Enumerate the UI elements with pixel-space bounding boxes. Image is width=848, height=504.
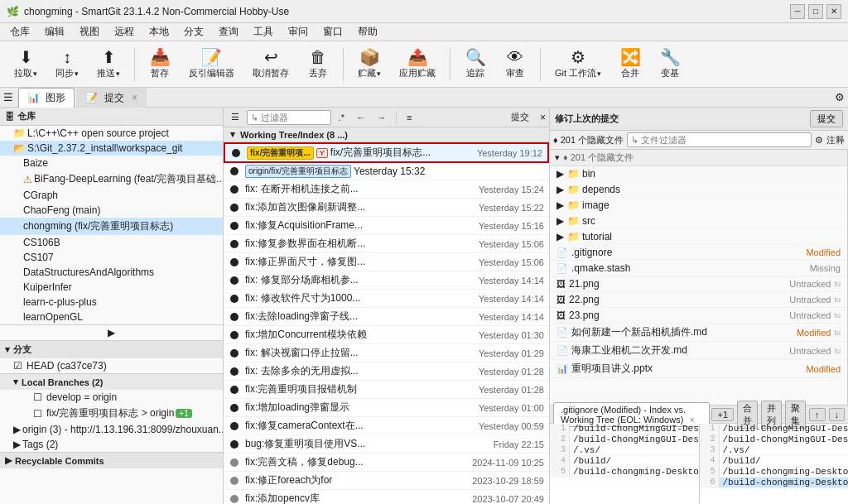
commit-row-1[interactable]: origin/fix/完善重明项目标志 Yesterday 15:32: [224, 163, 549, 180]
discard-button[interactable]: 🗑 丢弃: [300, 45, 336, 84]
file-chongming-pptx[interactable]: 📊 重明项目讲义.pptx Modified: [550, 360, 847, 378]
graph-menu-icon[interactable]: ☰: [227, 110, 243, 124]
branch-section[interactable]: ▾ 分支: [0, 340, 223, 358]
origin-item[interactable]: ▶ origin (3) - http://1.13.196.31:8099/z…: [0, 422, 223, 437]
diff-plus1-button[interactable]: +1: [711, 408, 734, 421]
commit-tab-close-icon[interactable]: ×: [132, 92, 137, 103]
commit-row-14[interactable]: fix:增加loading弹窗显示 Yesterday 01:00: [224, 399, 549, 417]
commit-row-17[interactable]: fix:完善文稿，修复debug... 2024-11-09 10:25: [224, 454, 549, 472]
local-branches-section[interactable]: ▾ Local Branches (2): [0, 373, 223, 390]
pull-button[interactable]: ⬇ 拉取 ▾: [7, 45, 45, 84]
filter-input[interactable]: [247, 110, 331, 125]
commit-row-18[interactable]: fix:修正foreach为for 2023-10-29 18:59: [224, 472, 549, 490]
scroll-right-button[interactable]: ▶: [0, 324, 223, 340]
repo-item-workspace-git[interactable]: 📂 S:\Git_2.37.2_install\workspace_git: [0, 141, 223, 156]
commit-list[interactable]: ▾ Working Tree/Index (8 ...) fix/完善重明项..…: [224, 127, 549, 504]
editor-button[interactable]: 📝 反引编辑器: [181, 45, 242, 84]
commit-row-11[interactable]: fix: 解决视窗口停止拉留... Yesterday 01:29: [224, 344, 549, 362]
repo-item-cs107[interactable]: CS107: [0, 250, 223, 265]
commit-row-3[interactable]: fix:添加首次图像刷新调整... Yesterday 15:22: [224, 199, 549, 217]
commit-row-2[interactable]: fix: 在断开相机连接之前... Yesterday 15:24: [224, 180, 549, 199]
diff-down-button[interactable]: ↓: [829, 408, 846, 421]
git-flow-button[interactable]: ⚙ Git 工作流 ▾: [547, 45, 609, 84]
file-21png[interactable]: 🖼 21.png Untracked tu: [550, 276, 847, 292]
menu-item-branch[interactable]: 分支: [177, 23, 210, 41]
commit-close-icon[interactable]: ×: [540, 112, 546, 123]
diff-tab-close-icon[interactable]: ×: [689, 415, 694, 425]
panel-menu-icon[interactable]: ☰: [3, 91, 13, 103]
folder-depends[interactable]: ▶ 📁 depends: [550, 182, 847, 198]
submit-button[interactable]: 提交: [810, 110, 843, 127]
repo-item-cpp-project[interactable]: 📁 L:\C++\C++ open source project: [0, 126, 223, 141]
commit-row-13[interactable]: fix:完善重明项目报错机制 Yesterday 01:28: [224, 381, 549, 399]
folder-src[interactable]: ▶ 📁 src: [550, 214, 847, 229]
maximize-button[interactable]: □: [808, 4, 823, 19]
repo-item-cgraph[interactable]: CGraph: [0, 188, 223, 203]
stash-button[interactable]: 📦 贮藏 ▾: [350, 45, 388, 84]
folder-bin[interactable]: ▶ 📁 bin: [550, 166, 847, 182]
head-item[interactable]: ☑ HEAD (ca37ce73): [0, 358, 223, 373]
apply-stash-button[interactable]: 📤 应用贮藏: [392, 45, 443, 84]
branch-fix[interactable]: ☐ fix/完善重明项目标志 > origin +1: [0, 405, 223, 422]
commit-row-16[interactable]: bug:修复重明项目使用VS... Friday 22:15: [224, 435, 549, 454]
unstage-button[interactable]: ↩ 取消暂存: [245, 45, 296, 84]
file-camera-plugin-md[interactable]: 📄 如何新建一个新品相机插件.md Modified tu: [550, 324, 847, 342]
menu-item-edit[interactable]: 编辑: [38, 23, 71, 41]
menu-item-repo[interactable]: 仓库: [3, 23, 36, 41]
recyclable-section[interactable]: ▶ Recyclable Commits: [0, 452, 223, 468]
repo-item-kuiperinfer[interactable]: KuiperInfer: [0, 280, 223, 295]
repo-item-chongming[interactable]: chongming (fix/完善重明项目标志): [0, 218, 223, 235]
file-filter-settings-icon[interactable]: ⚙: [815, 135, 823, 146]
file-qmake-stash[interactable]: 📄 .qmake.stash Missing: [550, 261, 847, 276]
commit-row-worktree[interactable]: fix/完善重明项... Y fix/完善重明项目标志... Yesterday…: [224, 142, 549, 163]
panel-settings-icon[interactable]: ⚙: [835, 91, 845, 103]
repo-item-datastructures[interactable]: DataStructuresAndAlgorithms: [0, 265, 223, 280]
commit-row-10[interactable]: fix:增加Concurrent模块依赖 Yesterday 01:30: [224, 326, 549, 344]
menu-item-remote[interactable]: 远程: [108, 23, 141, 41]
file-filter-input[interactable]: [627, 132, 812, 147]
repo-item-learn-cpp[interactable]: learn-c-plus-plus: [0, 295, 223, 310]
repo-item-baize[interactable]: Baize: [0, 156, 223, 170]
commit-row-15[interactable]: fix:修复cameraContext在... Yesterday 00:59: [224, 417, 549, 435]
menu-item-view[interactable]: 视图: [73, 23, 106, 41]
menu-item-query[interactable]: 查询: [212, 23, 245, 41]
commit-tab-icon[interactable]: 提交: [507, 109, 533, 125]
repo-item-cs106b[interactable]: CS106B: [0, 235, 223, 250]
menu-item-tools[interactable]: 工具: [247, 23, 280, 41]
file-22png[interactable]: 🖼 22.png Untracked tu: [550, 292, 847, 308]
menu-item-local[interactable]: 本地: [142, 23, 176, 41]
folder-image[interactable]: ▶ 📁 image: [550, 198, 847, 214]
diff-up-button[interactable]: ↑: [809, 408, 826, 421]
review-button[interactable]: 👁 审查: [497, 45, 533, 84]
file-haikang-md[interactable]: 📄 海康工业相机二次开发.md Untracked tu: [550, 342, 847, 360]
repo-item-chaofeng[interactable]: ChaoFeng (main): [0, 203, 223, 218]
commit-row-4[interactable]: fix:修复AcquisitionFrame... Yesterday 15:1…: [224, 217, 549, 235]
repo-item-bifang[interactable]: ⚠ BiFang-DeepLearning (feat/完善项目基础...: [0, 170, 223, 188]
diff-right-side[interactable]: 1 /build-ChongMingGUI-Desktop_Qt_5_14_2_…: [700, 424, 849, 504]
branch-checkbox-fix[interactable]: ☐: [33, 408, 42, 420]
branch-checkbox-develop[interactable]: ☐: [33, 391, 42, 403]
menu-item-window[interactable]: 窗口: [316, 23, 349, 41]
rebase-button[interactable]: 🔧 变基: [652, 45, 688, 84]
back-button[interactable]: ←: [352, 111, 369, 124]
commit-row-7[interactable]: fix: 修复部分场廊相机参... Yesterday 14:14: [224, 271, 549, 290]
layout-button[interactable]: ≡: [402, 111, 416, 124]
titlebar-controls[interactable]: ─ □ ✕: [790, 4, 841, 19]
close-button[interactable]: ✕: [826, 4, 841, 19]
commit-row-5[interactable]: fix:修复参数界面在相机断... Yesterday 15:06: [224, 235, 549, 253]
push-button[interactable]: ⬆ 推送 ▾: [89, 45, 128, 84]
branch-develop[interactable]: ☐ develop = origin: [0, 390, 223, 405]
commit-row-19[interactable]: fix:添加opencv库 2023-10-07 20:49: [224, 490, 549, 504]
head-checkbox[interactable]: ☑: [13, 360, 22, 372]
commit-row-9[interactable]: fix:去除loading弹窗子线... Yesterday 14:14: [224, 308, 549, 326]
stage-button[interactable]: 📥 暂存: [142, 45, 178, 84]
tab-graph[interactable]: 📊 图形: [18, 88, 75, 108]
sync-button[interactable]: ↕ 同步 ▾: [48, 45, 86, 84]
regex-button[interactable]: .*: [335, 111, 349, 124]
file-tree[interactable]: ▾ ♦ 201 个隐藏文件 ▶ 📁 bin ▶ 📁 depends: [550, 150, 848, 405]
repo-item-learnopengl[interactable]: learnOpenGL: [0, 310, 223, 324]
menu-item-review[interactable]: 审问: [282, 23, 315, 41]
merge-button[interactable]: 🔀 合并: [612, 45, 648, 84]
track-button[interactable]: 🔍 追踪: [457, 45, 494, 84]
commit-row-8[interactable]: fix: 修改软件尺寸为1000... Yesterday 14:14: [224, 290, 549, 308]
